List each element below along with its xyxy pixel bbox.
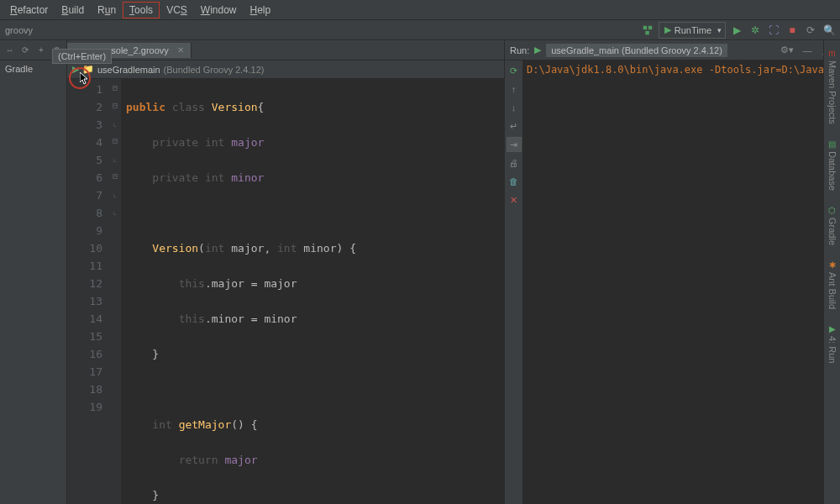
rerun-icon[interactable]: ▶ [534,45,541,55]
rail-database[interactable]: ▤Database [827,139,837,191]
main-menubar: Refactor Build Run Tools VCS Window Help [0,0,840,20]
close-tab-icon[interactable]: ✕ [177,45,184,55]
breadcrumb[interactable]: groovy [5,25,33,35]
console-output-line: D:\Java\jdk1.8.0\bin\java.exe -Dtools.ja… [527,64,837,76]
run-gear-icon[interactable]: ⚙▾ [780,43,795,58]
down-icon[interactable]: ↓ [507,101,521,114]
menu-refactor[interactable]: Refactor [3,2,55,18]
up-icon[interactable]: ↑ [507,82,521,96]
run-left-toolbar: ⟳ ↑ ↓ ↵ ⇥ 🖨 🗑 ✕ [505,60,523,504]
groovy-runtime-label: (Bundled Groovy 2.4.12) [164,65,265,75]
rail-maven[interactable]: mMaven Projects [827,49,837,124]
menu-build[interactable]: Build [55,2,91,18]
sync-icon[interactable]: ↔ [3,43,16,58]
script-module-label[interactable]: useGradlemain [97,65,160,75]
coverage-icon[interactable]: ⛶ [766,23,781,38]
rerun-side-icon[interactable]: ⟳ [507,64,521,77]
run-config-select[interactable]: ▶ RunTime [659,22,726,39]
stop-icon[interactable]: ■ [785,23,800,38]
run-config-name[interactable]: useGradle_main (Bundled Groovy 2.4.12) [546,44,727,57]
editor-area: ● vy_console_2.groovy ✕ ▶ 📁 useGradlemai… [67,40,504,504]
project-tool-window: ↔ ⟳ + ⚙ Gradle [0,40,67,504]
build-icon[interactable] [640,23,655,38]
refresh-icon[interactable]: ⟳ [19,43,32,58]
svg-rect-1 [648,25,652,29]
menu-tools[interactable]: Tools [123,2,160,18]
update-icon[interactable]: ⟳ [803,23,818,38]
plus-icon[interactable]: + [35,43,48,58]
groovy-console-header: ▶ 📁 useGradlemain (Bundled Groovy 2.4.12… [67,60,504,79]
menu-vcs[interactable]: VCS [160,2,194,18]
run-tool-header: Run: ▶ useGradle_main (Bundled Groovy 2.… [505,40,840,60]
clear-icon[interactable]: 🗑 [507,175,521,188]
run-console[interactable]: D:\Java\jdk1.8.0\bin\java.exe -Dtools.ja… [523,60,840,504]
line-gutter: 12345678910111213141516171819 [67,79,109,504]
close-run-icon[interactable]: ✕ [507,193,521,207]
svg-rect-0 [643,25,647,29]
cursor-pointer-icon [80,72,90,86]
rail-4run[interactable]: ▶4: Run [827,324,837,363]
menu-help[interactable]: Help [244,2,278,18]
menu-run[interactable]: Run [91,2,123,18]
svg-rect-2 [645,30,648,34]
wrap-icon[interactable]: ↵ [507,119,521,133]
print-icon[interactable]: 🖨 [507,156,521,170]
menu-window[interactable]: Window [194,2,244,18]
hide-icon[interactable]: — [800,43,815,58]
run-shortcut-tooltip: (Ctrl+Enter) [52,49,112,64]
run-icon[interactable]: ▶ [729,23,744,38]
search-icon[interactable]: 🔍 [822,23,837,38]
debug-icon[interactable]: ✲ [748,23,763,38]
fold-column[interactable]: ⊟⊟⌞⊟⌞⊟⌞⌞ [109,79,121,504]
rail-antbuild[interactable]: ✱Ant Build [827,260,837,309]
main-toolbar: groovy ▶ RunTime ▶ ✲ ⛶ ■ ⟳ 🔍 [0,20,840,40]
code-editor[interactable]: 12345678910111213141516171819 ⊟⊟⌞⊟⌞⊟⌞⌞ p… [67,79,504,504]
rail-gradle[interactable]: ⬡Gradle [827,206,837,245]
scroll-icon[interactable]: ⇥ [507,138,521,151]
run-script-icon[interactable]: ▶ [72,64,79,75]
right-tool-rail: mMaven Projects ▤Database ⬡Gradle ✱Ant B… [823,40,840,504]
run-label: Run: [510,45,529,55]
